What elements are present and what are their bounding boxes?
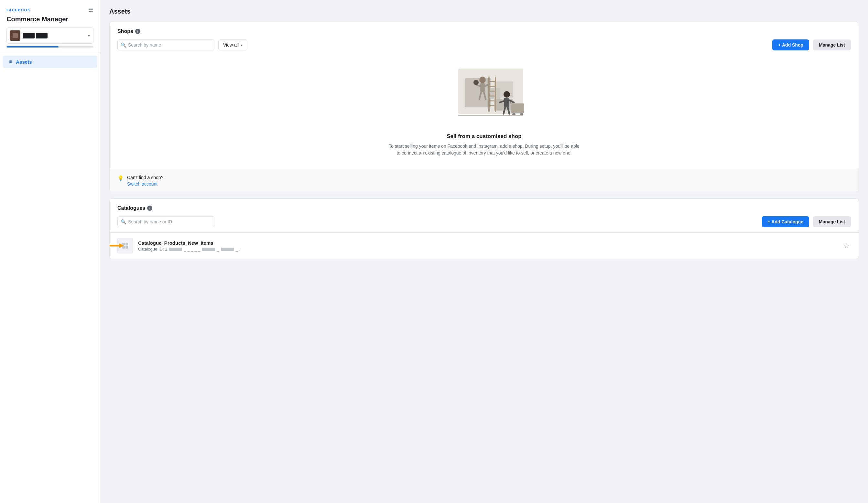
manage-list-button[interactable]: Manage List [813, 40, 851, 50]
shops-empty-state: Sell from a customised shop To start sel… [110, 55, 859, 169]
sidebar-progress [7, 46, 93, 48]
account-icon [10, 30, 20, 41]
catalogue-info: Catalogue_Products_New_Items Catalogue I… [138, 240, 837, 251]
add-catalogue-label: + Add Catalogue [768, 219, 803, 224]
main-content: Assets Shops i 🔍 View all ▾ + Add Shop M… [100, 0, 868, 503]
account-icon-inner [13, 33, 18, 38]
account-block-2 [36, 33, 48, 39]
sidebar-item-assets[interactable]: ≡ Assets [3, 55, 97, 68]
catalogue-id-redact-1 [169, 248, 182, 251]
catalogue-id-prefix: Catalogue ID: 1 [138, 247, 168, 251]
fb-logo-text: FACEBOOK [7, 8, 30, 12]
chevron-down-icon: ▾ [241, 43, 242, 47]
catalogues-manage-list-button[interactable]: Manage List [813, 216, 851, 227]
catalogues-search-wrapper: 🔍 [117, 216, 214, 227]
view-all-dropdown[interactable]: View all ▾ [218, 40, 247, 50]
svg-point-13 [479, 77, 486, 83]
arrow-indicator [109, 241, 126, 251]
svg-rect-4 [486, 88, 500, 99]
sidebar-item-label: Assets [16, 59, 32, 65]
catalogue-id-suffix: _ . [236, 247, 240, 251]
empty-state-desc: To start selling your items on Facebook … [387, 143, 581, 156]
shops-toolbar: 🔍 View all ▾ + Add Shop Manage List [110, 34, 859, 55]
sidebar-header: FACEBOOK ☰ Commerce Manager ▾ [0, 0, 100, 52]
commerce-manager-title: Commerce Manager [7, 15, 93, 23]
account-blocks [23, 33, 48, 39]
shops-card: Shops i 🔍 View all ▾ + Add Shop Manage L… [109, 22, 859, 192]
assets-icon: ≡ [9, 59, 12, 65]
svg-point-20 [504, 91, 510, 98]
catalogue-id-redact-2 [202, 248, 215, 251]
svg-rect-26 [511, 103, 524, 113]
account-selector[interactable]: ▾ [7, 28, 93, 44]
shops-illustration [439, 62, 529, 127]
catalogue-name: Catalogue_Products_New_Items [138, 240, 837, 246]
catalogues-card: Catalogues i 🔍 + Add Catalogue Manage Li… [109, 199, 859, 259]
catalogues-heading: Catalogues [117, 205, 145, 211]
page-title: Assets [109, 8, 859, 15]
account-block-1 [23, 33, 34, 39]
catalogue-item: Catalogue_Products_New_Items Catalogue I… [110, 232, 859, 259]
catalogues-manage-list-label: Manage List [819, 219, 845, 224]
favourite-button[interactable]: ☆ [843, 241, 851, 251]
sidebar-progress-bar [7, 46, 59, 48]
add-shop-button[interactable]: + Add Shop [772, 40, 809, 50]
catalogues-search-input[interactable] [117, 216, 214, 227]
svg-point-17 [474, 80, 479, 85]
cant-find-text: Can't find a shop? [127, 175, 163, 180]
catalogue-id: Catalogue ID: 1 _ _ _ _ _ _ _ . [138, 247, 837, 251]
empty-state-title: Sell from a customised shop [447, 133, 521, 140]
svg-rect-21 [504, 98, 509, 107]
cant-find-banner: 💡 Can't find a shop? Switch account [110, 169, 859, 192]
catalogues-header: Catalogues i [110, 199, 859, 211]
shops-heading: Shops [117, 29, 133, 34]
cant-find-content: Can't find a shop? Switch account [127, 175, 163, 187]
fb-brand: FACEBOOK ☰ [7, 7, 93, 13]
sidebar-nav: ≡ Assets [0, 52, 100, 71]
switch-account-link[interactable]: Switch account [127, 181, 157, 187]
lightbulb-icon: 💡 [117, 175, 124, 181]
manage-list-label: Manage List [819, 42, 845, 48]
search-icon: 🔍 [121, 42, 126, 48]
chevron-down-icon: ▾ [88, 33, 90, 38]
svg-rect-36 [125, 243, 128, 245]
sidebar: FACEBOOK ☰ Commerce Manager ▾ ≡ Assets [0, 0, 100, 503]
catalogue-id-separator-2: _ [217, 247, 220, 251]
catalogue-id-redact-3 [221, 248, 234, 251]
shops-info-icon[interactable]: i [135, 29, 140, 34]
svg-rect-14 [480, 83, 485, 92]
shops-search-wrapper: 🔍 [117, 40, 214, 50]
view-all-label: View all [223, 42, 239, 48]
shops-search-input[interactable] [117, 40, 214, 50]
svg-rect-38 [125, 246, 128, 249]
shops-header: Shops i [110, 22, 859, 34]
search-icon: 🔍 [121, 219, 126, 224]
catalogues-info-icon[interactable]: i [147, 206, 152, 211]
add-catalogue-button[interactable]: + Add Catalogue [762, 216, 809, 227]
hamburger-icon[interactable]: ☰ [88, 7, 93, 13]
catalogues-toolbar: 🔍 + Add Catalogue Manage List [110, 211, 859, 232]
add-shop-label: + Add Shop [778, 42, 803, 48]
svg-marker-32 [119, 243, 124, 248]
catalogue-id-separator-1: _ _ _ _ _ [184, 247, 202, 251]
